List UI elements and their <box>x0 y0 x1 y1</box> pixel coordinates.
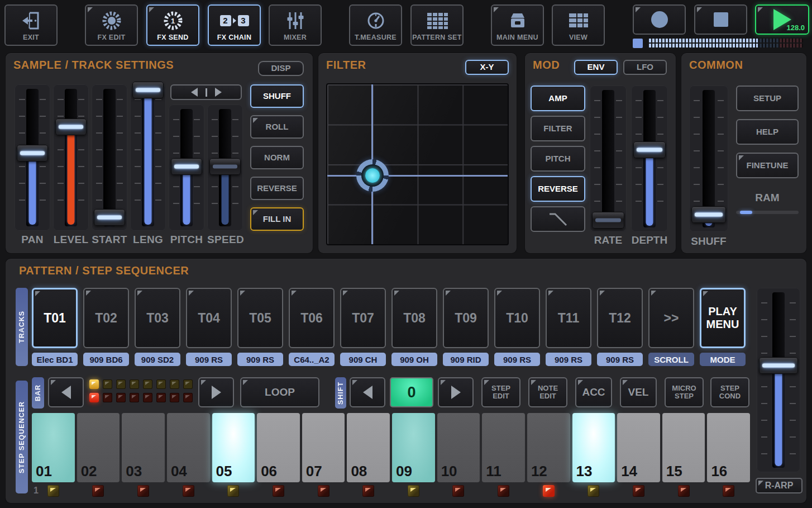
sample-slider[interactable] <box>15 84 50 231</box>
play-menu-button[interactable]: PLAY MENU <box>700 288 746 348</box>
track-sample-name: 909 RS <box>597 353 643 366</box>
slider-handle[interactable] <box>633 141 666 158</box>
micro-step-button[interactable]: MICRO STEP <box>665 377 704 407</box>
step-cell[interactable]: 15 <box>662 413 705 482</box>
fx-send-button[interactable]: 1 FX SEND <box>146 4 199 46</box>
fx-edit-button[interactable]: FX EDIT <box>85 4 138 46</box>
mod-target-button[interactable]: FILTER <box>531 116 585 141</box>
view-button[interactable]: VIEW <box>552 4 605 46</box>
step-cell[interactable]: 09 <box>392 413 435 482</box>
depth-slider[interactable] <box>631 86 668 232</box>
xy-cursor-puck[interactable] <box>356 159 389 192</box>
note-edit-button[interactable]: NOTE EDIT <box>528 377 567 407</box>
track-button[interactable]: T06 <box>289 288 335 348</box>
step-edit-button[interactable]: STEP EDIT <box>481 377 520 407</box>
track-id: T05 <box>249 311 271 325</box>
sample-slider[interactable] <box>130 84 166 231</box>
help-button[interactable]: HELP <box>736 119 799 145</box>
slider-handle[interactable] <box>759 357 798 374</box>
step-cell[interactable]: 12 <box>527 413 570 482</box>
setup-button[interactable]: SETUP <box>736 86 799 111</box>
sample-mode-button[interactable]: NORM <box>250 146 304 169</box>
env-tab[interactable]: ENV <box>574 60 618 75</box>
bar-led-yellow <box>103 379 112 389</box>
mod-target-button[interactable]: PITCH <box>531 146 585 172</box>
track-button[interactable]: T03 <box>135 288 180 348</box>
sample-slider[interactable] <box>92 84 127 231</box>
step-cell[interactable]: 08 <box>347 413 390 482</box>
fx-chain-button[interactable]: 2 3 FX CHAIN <box>208 4 261 46</box>
track-button[interactable]: T08 <box>391 288 437 348</box>
track-sample-name: 909 OH <box>391 353 437 366</box>
record-button[interactable] <box>633 4 686 35</box>
exit-button[interactable]: EXIT <box>4 4 58 46</box>
step-cell[interactable]: 16 <box>707 413 750 482</box>
disp-button[interactable]: DISP <box>258 61 304 76</box>
slider-handle[interactable] <box>55 118 87 135</box>
sample-mode-button[interactable]: SHUFF <box>250 84 304 108</box>
track-button[interactable]: T10 <box>494 288 540 348</box>
step-cell[interactable]: 02 <box>77 413 120 482</box>
bar-prev-button[interactable] <box>48 377 84 407</box>
sample-prev-next-selector[interactable] <box>170 84 242 100</box>
xy-mode-button[interactable]: X-Y <box>465 60 509 75</box>
slider-handle[interactable] <box>17 145 48 162</box>
mod-target-button[interactable]: AMP <box>531 86 585 111</box>
slider-handle[interactable] <box>691 206 726 223</box>
slider-handle[interactable] <box>592 212 624 229</box>
step-cell[interactable]: 05 <box>212 413 255 482</box>
step-cell[interactable]: 11 <box>482 413 525 482</box>
finetune-button[interactable]: FINETUNE <box>736 153 799 178</box>
step-cell[interactable]: 14 <box>617 413 660 482</box>
sample-slider[interactable] <box>53 84 89 231</box>
t-measure-button[interactable]: T.MEASURE <box>349 4 402 46</box>
track-scroll-button[interactable]: >> <box>648 288 694 348</box>
bar-next-button[interactable] <box>198 377 234 407</box>
sample-slider[interactable] <box>207 105 243 231</box>
track-button[interactable]: T09 <box>443 288 489 348</box>
track-button[interactable]: T07 <box>340 288 386 348</box>
mod-target-button[interactable]: REVERSE <box>531 176 585 202</box>
track-button[interactable]: T05 <box>237 288 283 348</box>
step-cell[interactable]: 01 <box>32 413 75 482</box>
slider-handle[interactable] <box>132 82 164 98</box>
slider-handle[interactable] <box>171 158 202 175</box>
sample-mode-button[interactable]: REVERSE <box>250 177 304 200</box>
slider-handle[interactable] <box>209 158 241 175</box>
step-cell[interactable]: 13 <box>572 413 615 482</box>
track-button[interactable]: T11 <box>546 288 591 348</box>
filter-xy-pad[interactable] <box>326 83 509 245</box>
sample-slider[interactable] <box>169 105 204 231</box>
main-menu-button[interactable]: MAIN MENU <box>491 4 544 46</box>
envelope-shape-button[interactable] <box>531 206 585 232</box>
sample-mode-button[interactable]: FILL IN <box>250 207 304 231</box>
step-cond-button[interactable]: STEP COND <box>710 377 749 407</box>
track-button[interactable]: T12 <box>597 288 643 348</box>
step-cell[interactable]: 07 <box>302 413 345 482</box>
step-cell[interactable]: 10 <box>437 413 480 482</box>
shift-left-button[interactable] <box>350 377 385 407</box>
shift-value-display[interactable]: 0 <box>390 377 433 407</box>
stop-button[interactable] <box>694 4 747 35</box>
rate-slider[interactable] <box>590 86 627 232</box>
loop-button[interactable]: LOOP <box>240 377 319 407</box>
sample-mode-button[interactable]: ROLL <box>250 115 304 139</box>
play-button[interactable]: 128.0 <box>755 4 809 35</box>
step-cell[interactable]: 06 <box>257 413 300 482</box>
step-cell[interactable]: 04 <box>167 413 210 482</box>
step-cell[interactable]: 03 <box>122 413 165 482</box>
accent-button[interactable]: ACC <box>575 377 612 407</box>
lfo-tab[interactable]: LFO <box>623 60 667 75</box>
velocity-button[interactable]: VEL <box>620 377 657 407</box>
mixer-button[interactable]: MIXER <box>269 4 322 46</box>
slider-handle[interactable] <box>94 209 125 226</box>
shift-right-button[interactable] <box>438 377 474 407</box>
track-button[interactable]: T01 <box>32 288 78 348</box>
r-arp-button[interactable]: R-ARP <box>756 478 803 493</box>
pattern-level-slider[interactable] <box>757 288 800 472</box>
track-button[interactable]: T04 <box>186 288 232 348</box>
track-button[interactable]: T02 <box>83 288 129 348</box>
common-shuffle-slider[interactable] <box>689 86 728 232</box>
slider-label: PITCH <box>169 234 204 246</box>
pattern-set-button[interactable]: PATTERN SET <box>410 4 464 46</box>
